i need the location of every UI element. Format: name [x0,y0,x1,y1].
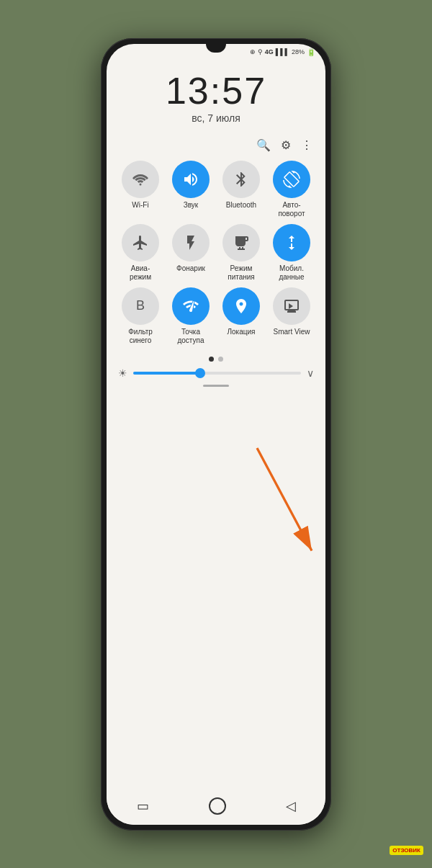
brightness-low-icon: ☀ [118,367,127,379]
qs-mobiledata[interactable]: Мобил.данные [268,224,315,282]
clock-date: вс, 7 июля [192,112,240,124]
airplane-label: Авиа-режим [130,264,151,282]
powermode-icon [233,234,250,251]
svg-point-0 [140,183,142,185]
mobiledata-label: Мобил.данные [279,264,304,282]
smartview-label: Smart View [274,328,310,336]
brightness-thumb [195,368,205,378]
battery-icon: 🔋 [307,48,315,56]
back-button[interactable]: ◁ [286,798,296,814]
torch-label: Фонарик [176,264,205,273]
settings-icon[interactable]: ⚙ [281,138,291,152]
brightness-chevron-icon[interactable]: ∨ [307,367,314,379]
sound-icon [182,171,199,188]
battery-text: 28% [292,48,305,55]
qs-autorotate[interactable]: Авто-поворот [268,161,315,218]
torch-icon [182,234,199,251]
dot-2 [218,357,223,362]
smartview-icon-wrap [273,287,310,325]
brightness-fill [133,372,200,375]
phone-frame: ⊕ ⚲ 4G ▌▌▌ 28% 🔋 13:57 вс, 7 июля 🔍 ⚙ ⋮ [101,38,331,831]
hotspot-label: Точкадоступа [177,328,204,345]
location-icon [233,297,250,315]
qs-hotspot[interactable]: Точкадоступа [167,287,215,345]
search-icon[interactable]: 🔍 [256,138,271,152]
qs-location[interactable]: Локация [217,287,265,345]
phone-screen: ⊕ ⚲ 4G ▌▌▌ 28% 🔋 13:57 вс, 7 июля 🔍 ⚙ ⋮ [107,44,325,825]
mobiledata-icon [283,234,300,251]
autorotate-icon [283,171,300,188]
airplane-icon [132,234,149,251]
clock-area: 13:57 вс, 7 июля [107,58,325,135]
wifi-icon [132,171,149,188]
wifi-icon-wrap [122,161,159,198]
mobiledata-icon-wrap [273,224,310,261]
watermark: OTЗОВИК [390,846,423,855]
wifi-label: Wi-Fi [132,201,148,210]
alarm-icon: ⊕ [250,48,256,55]
smartview-icon [283,297,300,315]
airplane-icon-wrap [122,224,159,261]
torch-icon-wrap [172,224,210,261]
network-icon: 4G [265,48,274,55]
swipe-bar [107,382,325,390]
quick-settings-grid: Wi-Fi Звук Bluetooth [107,155,325,351]
home-button[interactable] [209,797,226,815]
qs-bluefilter[interactable]: B Фильтрсинего [117,287,164,345]
pagination-dots [107,351,325,364]
bluetooth-label: Bluetooth [226,201,256,210]
powermode-icon-wrap [222,224,260,261]
brightness-track[interactable] [133,372,301,375]
qs-torch[interactable]: Фонарик [167,224,215,282]
signal-icon: ▌▌▌ [276,48,289,55]
qs-smartview[interactable]: Smart View [268,287,315,345]
location-icon-wrap [222,287,260,325]
more-icon[interactable]: ⋮ [301,138,312,152]
location-label: Локация [227,328,255,336]
hotspot-icon-wrap [172,287,210,325]
location-status-icon: ⚲ [258,48,263,55]
nav-bar: ▭ ◁ [107,790,325,825]
bluefilter-label: Фильтрсинего [128,328,153,345]
qs-sound[interactable]: Звук [167,161,215,218]
clock-time: 13:57 [166,72,266,109]
qs-powermode[interactable]: Режимпитания [217,224,265,282]
sound-icon-wrap [172,161,210,198]
bluetooth-icon [233,171,250,188]
bluetooth-icon-wrap [222,161,260,198]
qs-airplane[interactable]: Авиа-режим [117,224,164,282]
brightness-bar: ☀ ∨ [107,364,325,382]
autorotate-icon-wrap [273,161,310,198]
swipe-handle [203,385,229,387]
status-icons: ⊕ ⚲ 4G ▌▌▌ 28% 🔋 [250,48,315,56]
hotspot-icon [182,297,199,315]
bluefilter-icon-wrap: B [122,287,159,325]
qs-wifi[interactable]: Wi-Fi [117,161,164,218]
dot-1 [209,357,214,362]
qs-bluetooth[interactable]: Bluetooth [217,161,265,218]
autorotate-label: Авто-поворот [278,201,305,218]
recent-button[interactable]: ▭ [137,798,149,814]
powermode-label: Режимпитания [228,264,255,282]
sound-label: Звук [184,201,199,210]
qs-toolbar: 🔍 ⚙ ⋮ [107,135,325,155]
